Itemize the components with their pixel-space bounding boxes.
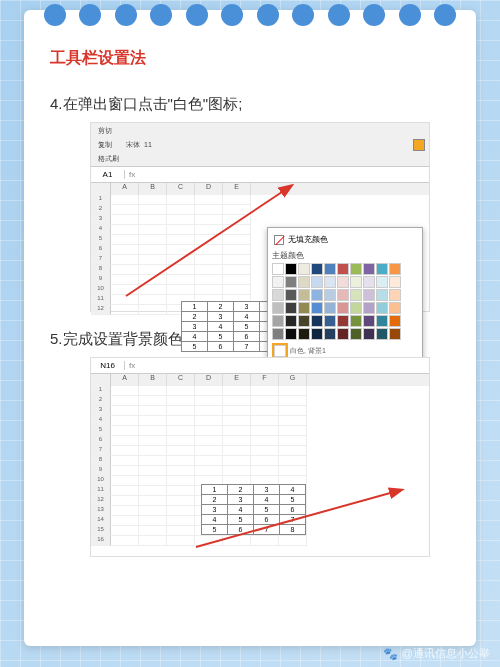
col-header[interactable]: F bbox=[251, 374, 279, 386]
col-header[interactable]: A bbox=[111, 374, 139, 386]
color-swatch[interactable] bbox=[272, 302, 284, 314]
col-header[interactable]: E bbox=[223, 374, 251, 386]
col-header[interactable]: C bbox=[167, 374, 195, 386]
cut-button[interactable]: 剪切 bbox=[95, 125, 122, 137]
excel-ribbon: 剪切 复制 格式刷 宋体 11 bbox=[91, 123, 429, 167]
name-box[interactable]: A1 bbox=[91, 170, 125, 179]
spiral-binding bbox=[44, 4, 456, 26]
color-swatch[interactable] bbox=[337, 315, 349, 327]
color-swatch[interactable] bbox=[272, 276, 284, 288]
white-swatch[interactable] bbox=[274, 345, 286, 357]
color-swatch[interactable] bbox=[363, 276, 375, 288]
color-swatch[interactable] bbox=[311, 302, 323, 314]
col-header[interactable]: C bbox=[167, 183, 195, 195]
color-swatch[interactable] bbox=[350, 302, 362, 314]
color-swatch[interactable] bbox=[285, 328, 297, 340]
color-swatch[interactable] bbox=[298, 289, 310, 301]
col-header[interactable]: B bbox=[139, 374, 167, 386]
color-swatch[interactable] bbox=[363, 328, 375, 340]
fill-color-icon[interactable] bbox=[413, 139, 425, 151]
color-swatch[interactable] bbox=[285, 302, 297, 314]
copy-button[interactable]: 复制 bbox=[95, 139, 122, 151]
color-swatch[interactable] bbox=[350, 289, 362, 301]
step-4-text: 4.在弹出窗口点击"白色"图标; bbox=[50, 95, 450, 114]
color-swatch[interactable] bbox=[298, 315, 310, 327]
theme-colors-label: 主题颜色 bbox=[272, 250, 418, 261]
color-swatch[interactable] bbox=[272, 263, 284, 275]
color-swatch[interactable] bbox=[350, 263, 362, 275]
color-swatch[interactable] bbox=[337, 263, 349, 275]
data-table: 12342345345645675678 bbox=[201, 484, 306, 535]
color-swatch[interactable] bbox=[324, 263, 336, 275]
color-swatch[interactable] bbox=[337, 302, 349, 314]
fx-label: fx bbox=[125, 361, 139, 370]
font-size[interactable]: 11 bbox=[144, 141, 152, 148]
fx-label: fx bbox=[125, 170, 139, 179]
color-swatch[interactable] bbox=[324, 302, 336, 314]
color-swatch[interactable] bbox=[389, 276, 401, 288]
paw-icon: 🐾 bbox=[383, 647, 398, 661]
color-swatch[interactable] bbox=[298, 302, 310, 314]
color-swatch[interactable] bbox=[363, 263, 375, 275]
color-swatch[interactable] bbox=[285, 276, 297, 288]
color-swatch[interactable] bbox=[311, 263, 323, 275]
color-swatch[interactable] bbox=[298, 328, 310, 340]
color-swatch[interactable] bbox=[376, 276, 388, 288]
color-swatch[interactable] bbox=[389, 328, 401, 340]
format-painter-button[interactable]: 格式刷 bbox=[95, 153, 122, 165]
watermark: 🐾 @通讯信息小公举 bbox=[383, 646, 490, 661]
color-swatch[interactable] bbox=[376, 289, 388, 301]
col-header[interactable]: E bbox=[223, 183, 251, 195]
color-swatch[interactable] bbox=[324, 289, 336, 301]
paper-card: 工具栏设置法 4.在弹出窗口点击"白色"图标; 剪切 复制 格式刷 宋体 11 … bbox=[24, 10, 476, 646]
color-swatch[interactable] bbox=[285, 315, 297, 327]
page-title: 工具栏设置法 bbox=[50, 48, 450, 69]
color-swatch[interactable] bbox=[389, 263, 401, 275]
color-swatch[interactable] bbox=[272, 289, 284, 301]
color-swatch[interactable] bbox=[389, 302, 401, 314]
color-swatch[interactable] bbox=[285, 263, 297, 275]
white-bg-label: 白色, 背景1 bbox=[290, 346, 326, 356]
color-swatch[interactable] bbox=[324, 328, 336, 340]
color-swatch[interactable] bbox=[363, 315, 375, 327]
formula-bar: N16 fx bbox=[91, 358, 429, 374]
color-swatch[interactable] bbox=[363, 302, 375, 314]
color-swatch[interactable] bbox=[298, 276, 310, 288]
no-fill-icon bbox=[274, 235, 284, 245]
color-swatch[interactable] bbox=[337, 289, 349, 301]
color-swatch[interactable] bbox=[363, 289, 375, 301]
color-swatch[interactable] bbox=[376, 263, 388, 275]
color-swatch[interactable] bbox=[337, 276, 349, 288]
color-swatch[interactable] bbox=[272, 315, 284, 327]
color-swatch[interactable] bbox=[389, 289, 401, 301]
col-header[interactable]: D bbox=[195, 374, 223, 386]
col-header[interactable]: A bbox=[111, 183, 139, 195]
col-header[interactable]: G bbox=[279, 374, 307, 386]
color-swatch[interactable] bbox=[337, 328, 349, 340]
name-box[interactable]: N16 bbox=[91, 361, 125, 370]
color-swatch[interactable] bbox=[311, 276, 323, 288]
formula-bar: A1 fx bbox=[91, 167, 429, 183]
color-swatch[interactable] bbox=[311, 328, 323, 340]
color-swatch[interactable] bbox=[324, 315, 336, 327]
col-header[interactable]: B bbox=[139, 183, 167, 195]
color-swatch[interactable] bbox=[376, 328, 388, 340]
color-swatch[interactable] bbox=[311, 315, 323, 327]
screenshot-step5: N16 fx A B C D E F G 1234567891011121314… bbox=[90, 357, 430, 557]
color-swatch[interactable] bbox=[350, 315, 362, 327]
color-swatch[interactable] bbox=[298, 263, 310, 275]
color-swatch[interactable] bbox=[350, 276, 362, 288]
color-swatch[interactable] bbox=[324, 276, 336, 288]
font-name[interactable]: 宋体 bbox=[126, 140, 140, 150]
screenshot-step4: 剪切 复制 格式刷 宋体 11 A1 fx A B C D bbox=[90, 122, 430, 312]
color-swatch[interactable] bbox=[389, 315, 401, 327]
col-header[interactable]: D bbox=[195, 183, 223, 195]
no-fill-option[interactable]: 无填充颜色 bbox=[272, 232, 418, 247]
color-swatch[interactable] bbox=[350, 328, 362, 340]
color-swatch[interactable] bbox=[311, 289, 323, 301]
color-swatch[interactable] bbox=[376, 302, 388, 314]
color-swatch[interactable] bbox=[272, 328, 284, 340]
color-swatch[interactable] bbox=[376, 315, 388, 327]
color-swatch[interactable] bbox=[285, 289, 297, 301]
